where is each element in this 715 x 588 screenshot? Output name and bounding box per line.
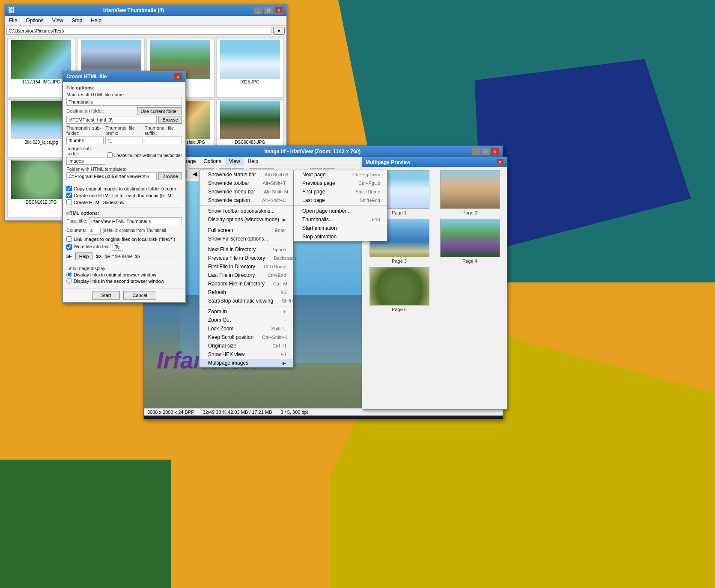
columns-input[interactable] — [88, 227, 101, 235]
menu-show-hide-menubar[interactable]: Show/hide menu bar Alt+Shift+M — [200, 187, 293, 196]
toolbar-sep1 — [186, 169, 187, 178]
close-button[interactable]: × — [274, 7, 283, 14]
menu-help[interactable]: Help — [88, 17, 104, 24]
create-html-dialog-close[interactable]: × — [174, 73, 182, 80]
dest-folder-input[interactable] — [66, 116, 157, 124]
menu-lock-zoom[interactable]: Lock Zoom Shift+L — [200, 324, 293, 333]
menu-start-stop-auto[interactable]: Start/Stop automatic viewing Shift+A — [200, 297, 293, 305]
menu-view[interactable]: View — [50, 17, 66, 24]
menu-display-options[interactable]: Display options (window mode) ▶ — [200, 215, 293, 224]
address-input[interactable] — [6, 27, 271, 35]
preview-page-5[interactable]: Page 5 — [366, 267, 433, 312]
menu-original-size[interactable]: Original size Ctrl+H — [200, 342, 293, 350]
page-title-label: Page title: — [66, 218, 87, 223]
menu-show-hide-caption[interactable]: Show/hide caption Alt+Shift+C — [200, 196, 293, 205]
main-menu-options[interactable]: Options — [200, 157, 224, 165]
menu-fullscreen[interactable]: Full screen Enter — [200, 226, 293, 235]
submenu-first-page[interactable]: First page Shift+Home — [294, 187, 387, 196]
thumb-label-3: 0325.JPG — [241, 80, 259, 84]
menu-refresh[interactable]: Refresh F5 — [200, 288, 293, 297]
menu-multipage-images[interactable]: Multipage images ▶ — [200, 359, 293, 367]
menu-divider-2 — [200, 225, 293, 225]
text-prefix-input[interactable] — [113, 243, 123, 251]
file-options-label: File options: — [66, 85, 182, 90]
main-menu-help[interactable]: Help — [244, 157, 262, 165]
preview-page-4[interactable]: Page 4 — [436, 219, 503, 264]
radio1-input[interactable] — [66, 272, 72, 277]
thumbnails-window-icon: 🖼 — [8, 7, 14, 14]
submenu-stop-animation[interactable]: Stop animation — [294, 232, 387, 241]
submenu-open-page-number[interactable]: Open page number... — [294, 207, 387, 215]
checkbox2[interactable] — [66, 193, 72, 198]
submenu-start-animation[interactable]: Start animation — [294, 224, 387, 232]
menu-next-file[interactable]: Next File in Directory Space — [200, 245, 293, 254]
radio2-input[interactable] — [66, 278, 72, 284]
browse-dest-button[interactable]: Browse — [158, 116, 182, 124]
submenu-last-page[interactable]: Last page Shift+End — [294, 196, 387, 205]
main-menu-view[interactable]: View — [226, 157, 244, 165]
browse-html-templates-button[interactable]: Browse — [158, 172, 182, 180]
menu-toolbar-options[interactable]: Show Toolbar options/skins... — [200, 207, 293, 215]
create-html-dialog-titlebar: Create HTML file × — [63, 71, 185, 82]
thumb-suffix-input[interactable] — [145, 137, 182, 144]
menu-show-hide-toolbar[interactable]: Show/hide toolbar Alt+Shift+T — [200, 179, 293, 187]
multipage-panel-close[interactable]: × — [497, 159, 503, 165]
menu-show-hide-statusbar[interactable]: Show/hide status bar Alt+Shift+S — [200, 170, 293, 179]
start-button[interactable]: Start — [92, 291, 120, 300]
address-go-button[interactable]: ▼ — [273, 27, 285, 35]
preview-label-3: Page 3 — [392, 258, 407, 264]
menu-keep-scroll[interactable]: Keep Scroll position Ctrl+Shift+K — [200, 333, 293, 342]
use-current-folder-button[interactable]: Use current folder — [137, 107, 182, 115]
submenu-next-page[interactable]: Next page Ctrl+PgDown — [294, 170, 387, 179]
create-thumbs-no-frame-checkbox[interactable] — [107, 152, 113, 158]
thumbs-subfolder-input[interactable] — [66, 137, 104, 144]
link-images-row: Link images to original files on local d… — [66, 236, 182, 242]
menu-show-hex[interactable]: Show HEX view F3 — [200, 350, 293, 359]
submenu-thumbnails[interactable]: Thumbnails... F10 — [294, 215, 387, 224]
checkbox1[interactable] — [66, 186, 72, 191]
checkbox3[interactable] — [66, 199, 72, 205]
link-images-label: Link images to original files on local d… — [74, 237, 175, 242]
minimize-button[interactable]: _ — [254, 7, 262, 14]
preview-label-5: Page 5 — [392, 307, 407, 312]
menu-zoom-out[interactable]: Zoom Out - — [200, 316, 293, 324]
statusbar-file-info: 32/49 38 % 42.03 MB / 17.21 MB — [203, 410, 272, 415]
menu-prev-file[interactable]: Previous File in Directory Backspace — [200, 254, 293, 262]
main-maximize-button[interactable]: □ — [481, 148, 490, 155]
view-menu: Show/hide status bar Alt+Shift+S Show/hi… — [199, 170, 293, 368]
menu-first-file[interactable]: First File in Directory Ctrl+Home — [200, 262, 293, 271]
main-close-button[interactable]: × — [491, 148, 499, 155]
page-title-input[interactable] — [89, 217, 182, 225]
write-file-info-checkbox[interactable] — [66, 244, 72, 250]
menu-random-file[interactable]: Random File in Directory Ctrl+M — [200, 279, 293, 288]
preview-page-2[interactable]: Page 2 — [436, 170, 503, 215]
thumb-prefix-input[interactable] — [105, 137, 143, 144]
help-button[interactable]: Help — [75, 252, 93, 260]
menu-divider-4 — [200, 306, 293, 306]
result-html-input[interactable] — [66, 98, 182, 106]
thumb-label-0: 111-1154_IMG.JPG — [22, 80, 60, 84]
thumb-item-3[interactable]: 0325.JPG — [216, 39, 284, 98]
menu-fullscreen-options[interactable]: Show Fullscreen options... — [200, 235, 293, 243]
menu-file[interactable]: File — [6, 17, 20, 24]
images-subfolder-input[interactable] — [66, 157, 105, 165]
main-minimize-button[interactable]: _ — [472, 148, 480, 155]
create-html-dialog-body: File options: Main result HTML file name… — [63, 82, 185, 288]
thumbnails-window-title: IrfanView Thumbnails (4) — [14, 7, 253, 13]
create-thumbs-no-frame-label: Create thumbs without frame/border — [113, 153, 182, 158]
folder-html-templates-input[interactable] — [66, 172, 157, 180]
menu-options[interactable]: Options — [23, 17, 46, 24]
menu-stop[interactable]: Stop — [69, 17, 85, 24]
thumb-label-8: DSCN1612.JPG — [26, 200, 57, 205]
create-html-dialog: Create HTML file × File options: Main re… — [62, 71, 186, 303]
menu-last-file[interactable]: Last File in Directory Ctrl+End — [200, 271, 293, 279]
html-options-label: HTML options: — [66, 211, 182, 216]
submenu-prev-page[interactable]: Previous page Ctrl+PgUp — [294, 179, 387, 187]
cancel-button[interactable]: Cancel — [123, 291, 156, 300]
menu-zoom-in[interactable]: Zoom In + — [200, 307, 293, 316]
link-images-checkbox[interactable] — [66, 236, 72, 242]
maximize-button[interactable]: □ — [264, 7, 273, 14]
multipage-submenu: Next page Ctrl+PgDown Previous page Ctrl… — [293, 170, 387, 241]
thumbnails-titlebar: 🖼 IrfanView Thumbnails (4) _ □ × — [5, 5, 286, 16]
menu-divider-3 — [200, 244, 293, 244]
